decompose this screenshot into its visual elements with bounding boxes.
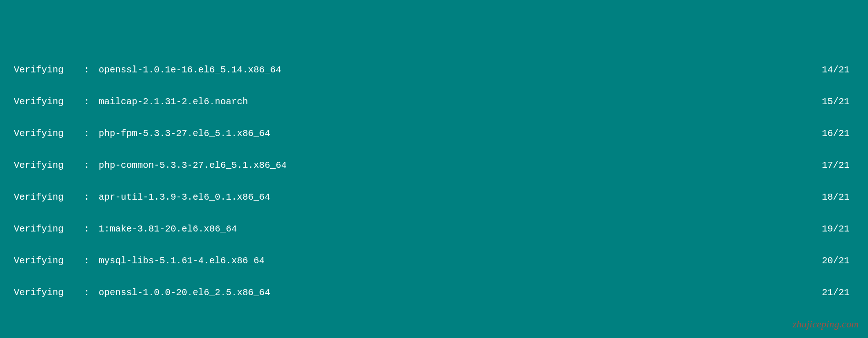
verify-colon: : <box>64 65 99 75</box>
verify-package: apr-util-1.3.9-3.el6_0.1.x86_64 <box>99 192 822 202</box>
verify-colon: : <box>64 96 99 107</box>
verify-label: Verifying <box>0 160 64 171</box>
verify-count: 17/21 <box>822 160 868 171</box>
verify-line: Verifying : mailcap-2.1.31-2.el6.noarch1… <box>0 96 868 107</box>
verify-package: php-fpm-5.3.3-27.el6_5.1.x86_64 <box>99 128 822 139</box>
verify-colon: : <box>64 255 99 266</box>
blank-line <box>0 330 868 338</box>
verify-count: 15/21 <box>822 96 868 107</box>
verify-line: Verifying : mysql-libs-5.1.61-4.el6.x86_… <box>0 255 868 266</box>
verify-line: Verifying : apr-util-1.3.9-3.el6_0.1.x86… <box>0 192 868 202</box>
verify-line: Verifying : openssl-1.0.0-20.el6_2.5.x86… <box>0 287 868 298</box>
verify-count: 20/21 <box>822 255 868 266</box>
verify-count: 14/21 <box>822 65 868 75</box>
verify-count: 18/21 <box>822 192 868 202</box>
verify-package: php-common-5.3.3-27.el6_5.1.x86_64 <box>99 160 822 171</box>
verify-package: openssl-1.0.1e-16.el6_5.14.x86_64 <box>99 65 822 75</box>
verify-label: Verifying <box>0 287 64 298</box>
verify-colon: : <box>64 192 99 202</box>
verify-colon: : <box>64 128 99 139</box>
watermark: zhujiceping.com <box>792 318 859 330</box>
verify-label: Verifying <box>0 224 64 234</box>
verify-label: Verifying <box>0 65 64 75</box>
verify-label: Verifying <box>0 128 64 139</box>
verify-package: openssl-1.0.0-20.el6_2.5.x86_64 <box>99 287 822 298</box>
verify-package: mailcap-2.1.31-2.el6.noarch <box>99 96 822 107</box>
verify-count: 16/21 <box>822 128 868 139</box>
verify-label: Verifying <box>0 255 64 266</box>
verify-count: 21/21 <box>822 287 868 298</box>
verify-count: 19/21 <box>822 224 868 234</box>
verify-package: 1:make-3.81-20.el6.x86_64 <box>99 224 822 234</box>
verify-line: Verifying : php-fpm-5.3.3-27.el6_5.1.x86… <box>0 128 868 139</box>
verify-colon: : <box>64 224 99 234</box>
verify-package: mysql-libs-5.1.61-4.el6.x86_64 <box>99 255 822 266</box>
verify-line: Verifying : php-common-5.3.3-27.el6_5.1.… <box>0 160 868 171</box>
verify-line: Verifying : 1:make-3.81-20.el6.x86_6419/… <box>0 224 868 234</box>
verify-line: Verifying : openssl-1.0.1e-16.el6_5.14.x… <box>0 65 868 75</box>
verify-label: Verifying <box>0 96 64 107</box>
terminal-output[interactable]: Verifying : openssl-1.0.1e-16.el6_5.14.x… <box>0 43 868 338</box>
verify-colon: : <box>64 287 99 298</box>
verify-colon: : <box>64 160 99 171</box>
verify-label: Verifying <box>0 192 64 202</box>
